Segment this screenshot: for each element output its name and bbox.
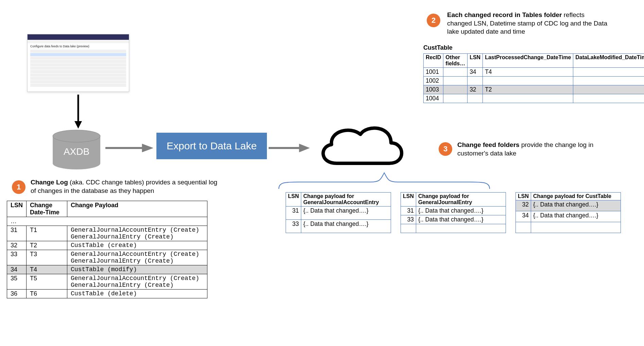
arrow-right-icon <box>269 143 309 153</box>
col-change-datetime: Change Date-Time <box>27 201 67 217</box>
badge-1: 1 <box>12 180 26 194</box>
col-lsn: LSN <box>7 201 27 217</box>
table-row: 32{.. Data that changed….} <box>516 200 621 211</box>
export-box: Export to Data Lake <box>156 133 267 159</box>
badge-3: 3 <box>439 142 452 156</box>
table-row <box>401 224 506 233</box>
feed-table: LSNChange payload for GeneralJournalAcco… <box>286 192 391 233</box>
changelog-table: LSN Change Date-Time Change Payload …31T… <box>7 201 207 298</box>
col-lsn: LSN <box>468 54 483 68</box>
cloud-icon <box>313 116 408 175</box>
table-row: 36T6CustTable (delete) <box>7 290 207 298</box>
table-row: 31{.. Data that changed….} <box>401 207 506 215</box>
app-screenshot-thumb: Configure data feeds to Data lake (previ… <box>27 34 129 92</box>
annot-3-text: Change feed folders provide the change l… <box>457 141 600 158</box>
badge-2: 2 <box>427 14 440 27</box>
table-row: 34{.. Data that changed….} <box>516 211 621 222</box>
svg-point-4 <box>53 157 100 169</box>
table-row: 1002 <box>424 77 644 85</box>
table-row: 32T2CustTable (create) <box>7 241 207 250</box>
col-change-payload: Change Payload <box>67 201 207 217</box>
table-row: … <box>7 217 207 226</box>
feed-tables: LSNChange payload for GeneralJournalAcco… <box>286 192 621 233</box>
svg-marker-9 <box>299 144 309 152</box>
table-row: 33{.. Data that changed….} <box>286 220 391 233</box>
brace-icon <box>272 170 496 191</box>
table-row <box>516 222 621 233</box>
custtable: RecID Other fields… LSN LastProcessedCha… <box>423 53 644 103</box>
table-row: 35T5GeneralJournalAccountEntry (Create) … <box>7 274 207 290</box>
table-row: 31T1GeneralJournalAccountEntry (Create) … <box>7 226 207 241</box>
arrow-right-icon <box>105 143 153 153</box>
table-row: 1004 <box>424 94 644 103</box>
export-label: Export to Data Lake <box>167 140 257 151</box>
feed-table: LSNChange payload for CustTable32{.. Dat… <box>515 192 621 233</box>
table-row: 33T3GeneralJournalAccountEntry (Create) … <box>7 250 207 265</box>
axdb-label: AXDB <box>64 146 89 157</box>
table-row: 100332T2 <box>424 85 644 94</box>
annot-1-text: Change Log (aka. CDC change tables) prov… <box>31 178 221 195</box>
col-lp: LastProcessedChange_DateTime <box>483 54 573 68</box>
annot-2-text: Each changed record in Tables folder ref… <box>447 11 610 36</box>
col-recid: RecID <box>424 54 443 68</box>
arrow-down-icon <box>73 95 83 129</box>
col-other: Other fields… <box>443 54 468 68</box>
custtable-block: CustTable RecID Other fields… LSN LastPr… <box>423 44 644 103</box>
mini-title: Configure data feeds to Data lake (previ… <box>28 43 129 49</box>
table-row: 34T4CustTable (modify) <box>7 265 207 274</box>
axdb-cylinder-icon: AXDB <box>51 129 102 170</box>
custtable-title: CustTable <box>423 44 644 51</box>
table-row: 33{.. Data that changed….} <box>401 215 506 224</box>
svg-marker-7 <box>142 144 153 152</box>
svg-marker-1 <box>74 121 82 129</box>
feed-table: LSNChange payload for GeneralJournalEntr… <box>401 192 506 233</box>
table-row: 100134T4 <box>424 68 644 77</box>
table-row: 31{.. Data that changed….} <box>286 207 391 220</box>
col-dl: DataLakeModified_DateTime <box>573 54 644 68</box>
